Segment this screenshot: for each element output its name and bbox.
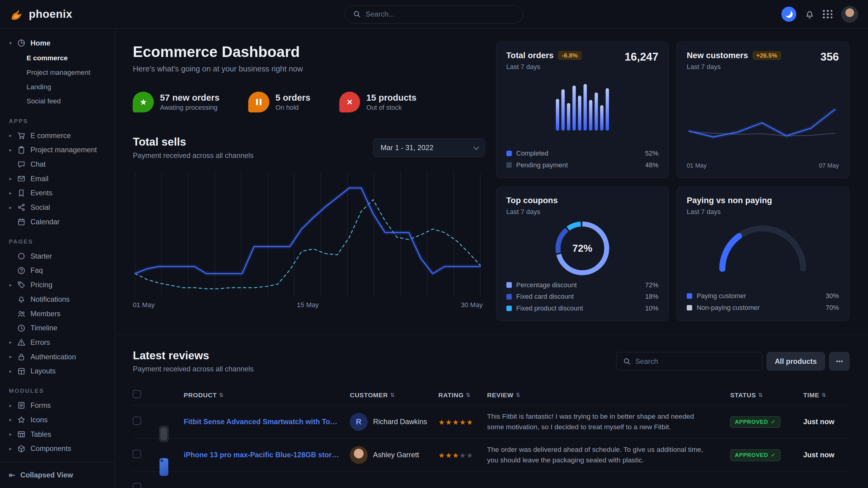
sidebar-item-pricing[interactable]: ▸ Pricing — [8, 278, 111, 292]
sidebar-item-email[interactable]: ▸ Email — [8, 171, 111, 186]
sidebar-item-forms[interactable]: ▸ Forms — [8, 398, 111, 413]
sidebar-item-faq[interactable]: Faq — [8, 263, 111, 278]
legend-swatch — [506, 162, 512, 168]
sidebar-item-label: Starter — [30, 252, 52, 260]
column-header-review[interactable]: REVIEW⇅ — [487, 392, 730, 399]
row-checkbox[interactable] — [133, 450, 141, 458]
sidebar-item-components[interactable]: ▸ Components — [8, 441, 111, 456]
sidebar-section-apps: APPS — [9, 118, 111, 125]
sidebar-item-icons[interactable]: ▸ Icons — [8, 413, 111, 427]
status-badge: APPROVED✓ — [730, 416, 780, 428]
customer-cell[interactable]: R Richard Dawkins — [350, 413, 438, 431]
chevron-down-icon — [473, 144, 479, 150]
theme-toggle-button[interactable] — [781, 7, 797, 22]
product-link[interactable]: Fitbit Sense Advanced Smartwatch with To… — [184, 418, 350, 426]
legend-label: Fixed card discount — [516, 293, 574, 300]
users-icon — [17, 310, 27, 318]
sidebar-item-ecommerce-dashboard[interactable]: E commerce — [8, 51, 111, 65]
bookmark-icon — [17, 189, 27, 197]
card-period: Last 7 days — [506, 208, 659, 216]
column-header-rating[interactable]: RATING⇅ — [438, 392, 487, 399]
more-options-button[interactable]: ⋯ — [829, 352, 849, 370]
sidebar-item-members[interactable]: Members — [8, 306, 111, 321]
mail-icon — [17, 174, 27, 183]
customer-name: Richard Dawkins — [373, 418, 427, 426]
sidebar-item-notifications[interactable]: Notifications — [8, 292, 111, 306]
collapse-sidebar-button[interactable]: ⇤ Collapsed View — [0, 462, 115, 488]
reviews-search[interactable] — [616, 352, 763, 370]
column-header-status[interactable]: STATUS⇅ — [730, 392, 803, 399]
sidebar-item-label: Chat — [30, 160, 45, 168]
reviews-table: PRODUCT⇅ CUSTOMER⇅ RATING⇅ REVIEW⇅ STATU… — [133, 386, 849, 488]
reviews-title: Latest reviews — [133, 349, 254, 362]
sidebar-item-social-feed[interactable]: Social feed — [8, 94, 111, 108]
sidebar-item-project-management-app[interactable]: ▸ Project management — [8, 142, 111, 157]
sidebar-item-ecommerce-app[interactable]: ▸ E commerce — [8, 128, 111, 143]
total-orders-card: Total orders -6.8% Last 7 days 16,247 — [496, 42, 669, 178]
sidebar-item-home[interactable]: ▾ Home — [8, 36, 111, 50]
latest-reviews-section: Latest reviews Payment received across a… — [115, 335, 868, 488]
legend-swatch — [506, 294, 512, 299]
sidebar-item-errors[interactable]: ▸ Errors — [8, 335, 111, 350]
column-header-product[interactable]: PRODUCT⇅ — [184, 392, 350, 399]
legend-label: Fixed product discount — [516, 304, 583, 312]
app-window: phoenix — [0, 0, 868, 488]
legend-row: Paying customer 30% — [687, 292, 839, 300]
legend-row: Pending payment 48% — [506, 161, 659, 169]
notifications-button[interactable] — [805, 9, 815, 19]
sidebar-item-social[interactable]: ▸ Social — [8, 200, 111, 215]
collapse-arrow-icon: ⇤ — [9, 470, 16, 480]
customer-avatar: R — [350, 413, 368, 431]
card-period: Last 7 days — [506, 63, 582, 71]
card-title: Top coupons — [506, 196, 558, 205]
legend-row: Fixed product discount 10% — [506, 304, 659, 312]
sidebar-item-landing[interactable]: Landing — [8, 79, 111, 94]
sidebar-item-tables[interactable]: ▸ Tables — [8, 427, 111, 442]
chevron-right-icon: ▸ — [8, 176, 13, 182]
column-header-time[interactable]: TIME⇅ — [803, 392, 849, 399]
legend-swatch — [506, 282, 512, 288]
row-checkbox[interactable] — [133, 417, 141, 425]
sidebar-item-events[interactable]: ▸ Events — [8, 186, 111, 200]
form-icon — [17, 401, 27, 410]
card-title: Total orders — [506, 51, 554, 60]
sidebar-item-timeline[interactable]: Timeline — [8, 321, 111, 335]
column-header-customer[interactable]: CUSTOMER⇅ — [350, 392, 438, 399]
sidebar-item-layouts[interactable]: ▸ Layouts — [8, 364, 111, 379]
x-tick: 01 May — [687, 162, 707, 169]
user-avatar[interactable] — [841, 6, 858, 23]
sidebar-item-project-management-dashboard[interactable]: Project management — [8, 65, 111, 80]
customer-cell[interactable]: Ashley Garrett — [350, 446, 438, 464]
clipboard-icon — [17, 146, 27, 154]
stat-label: Out of stock — [366, 104, 416, 111]
all-products-button[interactable]: All products — [767, 352, 825, 370]
select-all-checkbox[interactable] — [133, 390, 141, 398]
global-search[interactable] — [345, 5, 523, 24]
sidebar-item-label: Authentication — [30, 353, 76, 361]
reviews-controls: All products ⋯ — [616, 352, 849, 370]
reviews-table-header: PRODUCT⇅ CUSTOMER⇅ RATING⇅ REVIEW⇅ STATU… — [133, 386, 849, 405]
sidebar-item-authentication[interactable]: ▸ Authentication — [8, 350, 111, 364]
rating-stars: ★★★★★ — [438, 450, 487, 460]
legend-label: Paying customer — [697, 292, 746, 300]
total-sells-subtitle: Payment received across all channels — [133, 151, 254, 160]
global-search-input[interactable] — [366, 10, 515, 19]
calendar-icon — [17, 218, 27, 226]
date-range-select[interactable]: Mar 1 - 31, 2022 — [373, 138, 485, 157]
sidebar-item-label: Timeline — [30, 324, 57, 332]
warning-icon — [17, 338, 27, 347]
brand[interactable]: phoenix — [10, 7, 115, 21]
total-sells-x-axis: 01 May 15 May 30 May — [133, 301, 483, 309]
sidebar-item-chat[interactable]: Chat — [8, 157, 111, 171]
row-checkbox[interactable] — [133, 483, 141, 488]
reviews-search-input[interactable] — [635, 357, 755, 366]
total-sells-header: Total sells Payment received across all … — [133, 136, 485, 159]
page-subtitle: Here's what's going on at your business … — [133, 65, 485, 73]
sidebar-item-calendar[interactable]: Calendar — [8, 215, 111, 229]
paying-legend: Paying customer 30% Non-paying customer … — [687, 292, 839, 312]
stat-out-of-stock: × 15 products Out of stock — [339, 92, 416, 113]
total-sells-title: Total sells — [133, 136, 254, 148]
product-link[interactable]: iPhone 13 pro max-Pacific Blue-128GB sto… — [184, 451, 350, 459]
apps-grid-button[interactable] — [823, 10, 833, 19]
sidebar-item-starter[interactable]: Starter — [8, 249, 111, 263]
